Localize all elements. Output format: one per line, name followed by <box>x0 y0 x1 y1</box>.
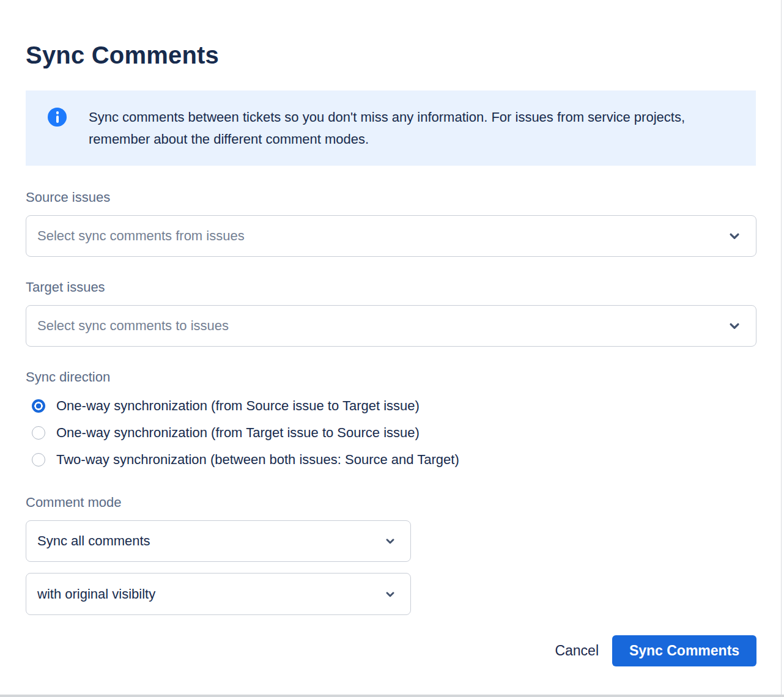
window-right-edge <box>781 0 782 697</box>
source-issues-placeholder: Select sync comments from issues <box>37 228 727 244</box>
radio-option-two-way[interactable]: Two-way synchronization (between both is… <box>26 446 756 473</box>
radio-icon[interactable] <box>32 399 45 413</box>
info-banner: Sync comments between tickets so you don… <box>26 90 756 166</box>
chevron-down-icon <box>727 318 742 334</box>
target-issues-label: Target issues <box>26 279 756 295</box>
radio-icon[interactable] <box>32 453 45 467</box>
sync-comments-dialog: Sync Comments Sync comments between tick… <box>0 0 784 697</box>
comment-visibility-select[interactable]: with original visibilty <box>26 573 411 615</box>
radio-icon[interactable] <box>32 426 45 440</box>
comment-mode-label: Comment mode <box>26 495 756 511</box>
cancel-button[interactable]: Cancel <box>544 636 610 665</box>
source-issues-select[interactable]: Select sync comments from issues <box>26 215 756 257</box>
source-issues-label: Source issues <box>26 190 756 205</box>
chevron-down-icon <box>383 588 397 601</box>
window-bottom-edge <box>0 695 784 697</box>
info-banner-text: Sync comments between tickets so you don… <box>89 90 736 150</box>
sync-direction-radio-group: One-way synchronization (from Source iss… <box>26 393 756 473</box>
chevron-down-icon <box>727 228 742 244</box>
dialog-footer: Cancel Sync Comments <box>26 635 756 666</box>
comment-visibility-value: with original visibilty <box>37 586 383 602</box>
page-title: Sync Comments <box>26 0 756 70</box>
radio-option-label: One-way synchronization (from Target iss… <box>56 425 420 441</box>
sync-direction-label: Sync direction <box>26 369 756 385</box>
radio-option-label: One-way synchronization (from Source iss… <box>56 398 420 414</box>
comment-mode-value: Sync all comments <box>37 533 383 549</box>
chevron-down-icon <box>383 534 397 548</box>
radio-option-label: Two-way synchronization (between both is… <box>56 452 459 468</box>
radio-option-target-to-source[interactable]: One-way synchronization (from Target iss… <box>26 419 756 446</box>
sync-comments-button[interactable]: Sync Comments <box>612 635 756 666</box>
radio-option-source-to-target[interactable]: One-way synchronization (from Source iss… <box>26 393 756 419</box>
comment-mode-select[interactable]: Sync all comments <box>26 520 411 562</box>
target-issues-select[interactable]: Select sync comments to issues <box>26 305 756 347</box>
info-icon <box>48 108 67 127</box>
target-issues-placeholder: Select sync comments to issues <box>37 318 727 334</box>
